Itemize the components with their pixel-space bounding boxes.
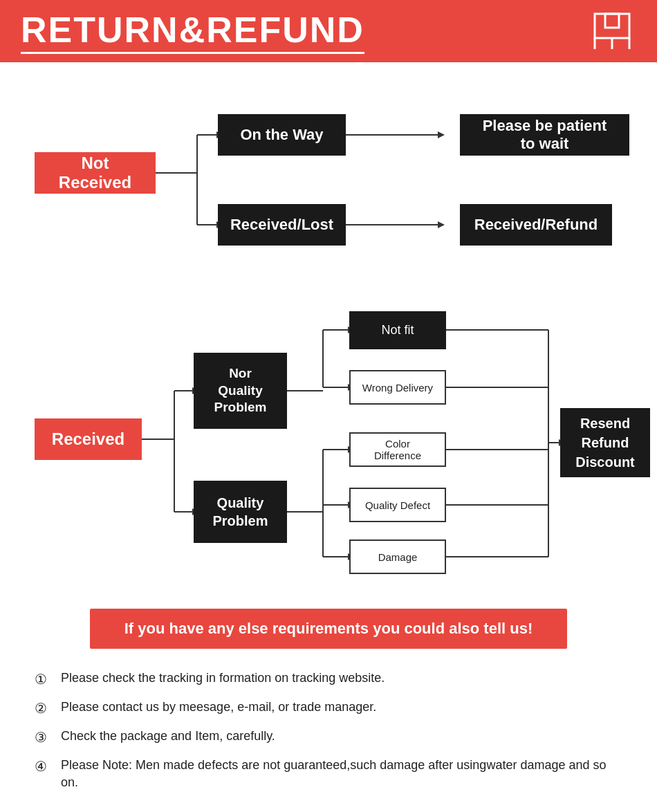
nor-quality-box: NorQualityProblem — [194, 353, 287, 429]
note-num-1: ① — [35, 670, 54, 689]
patient-box: Please be patient to wait — [460, 114, 629, 156]
notes-section: ① Please check the tracking in formation… — [21, 670, 636, 791]
note-text-2: Please contact us by meesage, e-mail, or… — [61, 699, 376, 716]
on-the-way-box: On the Way — [218, 114, 346, 156]
resend-box: ResendRefundDiscount — [560, 408, 650, 477]
note-num-3: ③ — [35, 728, 54, 747]
note-text-3: Check the package and Item, carefully. — [61, 728, 275, 745]
note-item-2: ② Please contact us by meesage, e-mail, … — [35, 699, 622, 718]
wrong-delivery-box: Wrong Delivery — [349, 370, 446, 405]
svg-rect-0 — [595, 14, 629, 38]
info-box: If you have any else requirements you co… — [90, 609, 567, 649]
top-flowchart: Not Received On the Way Received/Lost Pl… — [21, 76, 636, 270]
quality-defect-box: Quality Defect — [349, 488, 446, 522]
not-received-box: Not Received — [35, 152, 156, 194]
note-text-1: Please check the tracking in formation o… — [61, 670, 385, 687]
note-item-1: ① Please check the tracking in formation… — [35, 670, 622, 689]
page-title: RETURN&REFUND — [21, 9, 364, 54]
note-item-3: ③ Check the package and Item, carefully. — [35, 728, 622, 747]
refund-box: Received/Refund — [460, 204, 612, 246]
bottom-flowchart: Received NorQualityProblem QualityProble… — [21, 297, 636, 588]
main-content: Not Received On the Way Received/Lost Pl… — [0, 62, 657, 812]
note-num-4: ④ — [35, 757, 54, 776]
note-item-4: ④ Please Note: Men made defects are not … — [35, 757, 622, 791]
not-fit-box: Not fit — [349, 311, 446, 349]
svg-rect-1 — [605, 14, 619, 28]
note-num-2: ② — [35, 699, 54, 718]
received-box: Received — [35, 418, 142, 460]
note-text-4: Please Note: Men made defects are not gu… — [61, 757, 622, 791]
received-lost-box: Received/Lost — [218, 204, 346, 246]
svg-marker-10 — [438, 131, 445, 138]
color-difference-box: Color Difference — [349, 432, 446, 467]
svg-marker-12 — [438, 221, 445, 228]
page-header: RETURN&REFUND — [0, 0, 657, 62]
header-logo — [588, 12, 636, 50]
damage-box: Damage — [349, 539, 446, 574]
quality-problem-box: QualityProblem — [194, 481, 287, 543]
